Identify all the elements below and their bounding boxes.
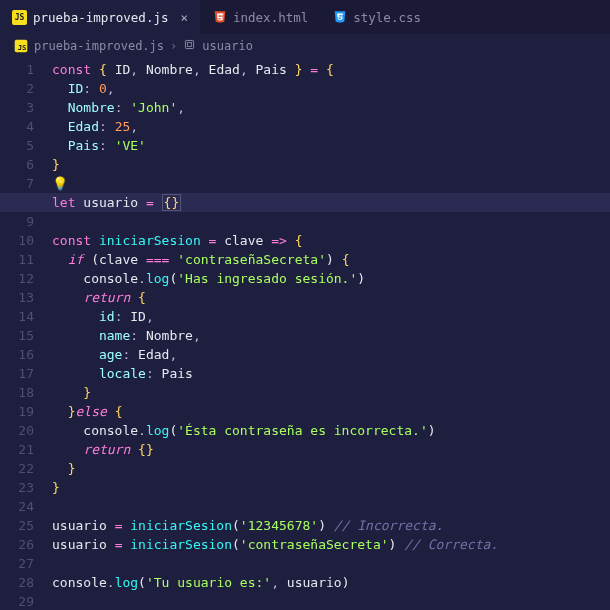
code-line[interactable] [52,497,610,516]
token-punct: . [107,575,115,590]
tab-style-css[interactable]: style.css [320,0,433,34]
code-line[interactable]: const { ID, Nombre, Edad, Pais } = { [52,60,610,79]
token-punct [287,62,295,77]
line-number: 10 [0,231,34,250]
token-paren: ( [138,575,146,590]
token-punct [138,195,146,210]
code-line[interactable]: locale: Pais [52,364,610,383]
code-line[interactable] [52,592,610,610]
code-line[interactable]: Pais: 'VE' [52,136,610,155]
token-cmt: // Correcta. [404,537,498,552]
token-ident: Edad [209,62,240,77]
code-line[interactable] [52,212,610,231]
token-op: = [146,195,154,210]
tab-prueba-improved-js[interactable]: JS prueba-improved.js × [0,0,200,34]
line-number: 26 [0,535,34,554]
token-ident: usuario [52,518,107,533]
code-line[interactable]: if (clave === 'contraseñaSecreta') { [52,250,610,269]
code-line[interactable]: }else { [52,402,610,421]
token-punct [52,385,83,400]
breadcrumb[interactable]: JS prueba-improved.js › usuario [0,34,610,58]
code-line[interactable]: id: ID, [52,307,610,326]
tab-index-html[interactable]: index.html [200,0,320,34]
code-line[interactable] [52,554,610,573]
line-number: 14 [0,307,34,326]
token-paren: ) [342,575,350,590]
js-icon: JS [12,10,27,25]
token-punct [52,461,68,476]
line-number: 25 [0,516,34,535]
code-line[interactable]: Edad: 25, [52,117,610,136]
code-line[interactable]: } [52,459,610,478]
token-str: 'Tu usuario es:' [146,575,271,590]
token-punct [201,233,209,248]
line-number: 3 [0,98,34,117]
code-line[interactable]: } [52,383,610,402]
code-area[interactable]: const { ID, Nombre, Edad, Pais } = { ID:… [52,60,610,610]
code-line[interactable]: Nombre: 'John', [52,98,610,117]
code-line[interactable]: } [52,478,610,497]
token-punct [263,233,271,248]
token-fn: iniciarSesion [130,537,232,552]
token-brace: { [342,252,350,267]
token-punct [107,62,115,77]
token-punct [326,518,334,533]
token-punct [107,518,115,533]
cursor-position: {} [162,194,182,211]
line-number: 2 [0,79,34,98]
code-line[interactable]: usuario = iniciarSesion('12345678') // I… [52,516,610,535]
tab-bar: JS prueba-improved.js × index.html style… [0,0,610,34]
token-punct: , [130,119,138,134]
token-obj: console [52,575,107,590]
code-line[interactable]: const iniciarSesion = clave => { [52,231,610,250]
token-ident: Nombre [146,62,193,77]
line-number: 9 [0,212,34,231]
line-number-gutter: 1234567891011121314151617181920212223242… [0,60,52,610]
code-line[interactable]: console.log('Ésta contraseña es incorrec… [52,421,610,440]
token-brace: { [138,290,146,305]
code-line[interactable]: console.log('Has ingresado sesión.') [52,269,610,288]
token-kw-return: return [83,290,130,305]
token-punct [107,404,115,419]
token-punct: , [193,328,201,343]
tab-label: index.html [233,10,308,25]
token-fn: log [146,423,169,438]
token-punct [91,62,99,77]
token-paren: ) [357,271,365,286]
token-punct [130,442,138,457]
line-number: 18 [0,383,34,402]
token-brace: } [83,385,91,400]
token-brace: { [326,62,334,77]
code-line[interactable]: usuario = iniciarSesion('contraseñaSecre… [52,535,610,554]
code-line[interactable]: } [52,155,610,174]
close-icon[interactable]: × [180,10,188,25]
token-punct: , [193,62,209,77]
token-num: 0 [99,81,107,96]
line-number: 27 [0,554,34,573]
code-line[interactable]: let usuario = {} [0,193,610,212]
symbol-icon [183,38,196,54]
editor[interactable]: 1234567891011121314151617181920212223242… [0,58,610,610]
token-paren: ( [232,537,240,552]
token-brace: { [115,404,123,419]
code-line[interactable]: ID: 0, [52,79,610,98]
code-line[interactable]: return {} [52,440,610,459]
token-ident: ID [130,309,146,324]
code-line[interactable]: age: Edad, [52,345,610,364]
token-punct [334,252,342,267]
chevron-right-icon: › [170,39,177,53]
token-str: 'VE' [115,138,146,153]
html-icon [212,10,227,25]
lightbulb-icon[interactable]: 💡 [52,176,68,191]
code-line[interactable]: return { [52,288,610,307]
token-punct: : [99,119,115,134]
token-brace: {} [138,442,154,457]
code-line[interactable]: 💡 [52,174,610,193]
token-fn: iniciarSesion [130,518,232,533]
token-punct: : [146,366,162,381]
code-line[interactable]: name: Nombre, [52,326,610,345]
token-prop: age [99,347,122,362]
code-line[interactable]: console.log('Tu usuario es:', usuario) [52,573,610,592]
token-punct [138,252,146,267]
token-punct [52,290,83,305]
